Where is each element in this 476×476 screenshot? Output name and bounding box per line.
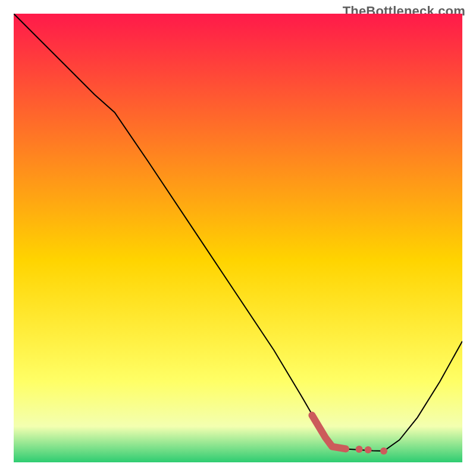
highlight-dot bbox=[365, 446, 372, 453]
bottleneck-chart bbox=[14, 14, 462, 462]
highlight-dot bbox=[356, 446, 363, 453]
highlight-dot bbox=[380, 447, 387, 455]
